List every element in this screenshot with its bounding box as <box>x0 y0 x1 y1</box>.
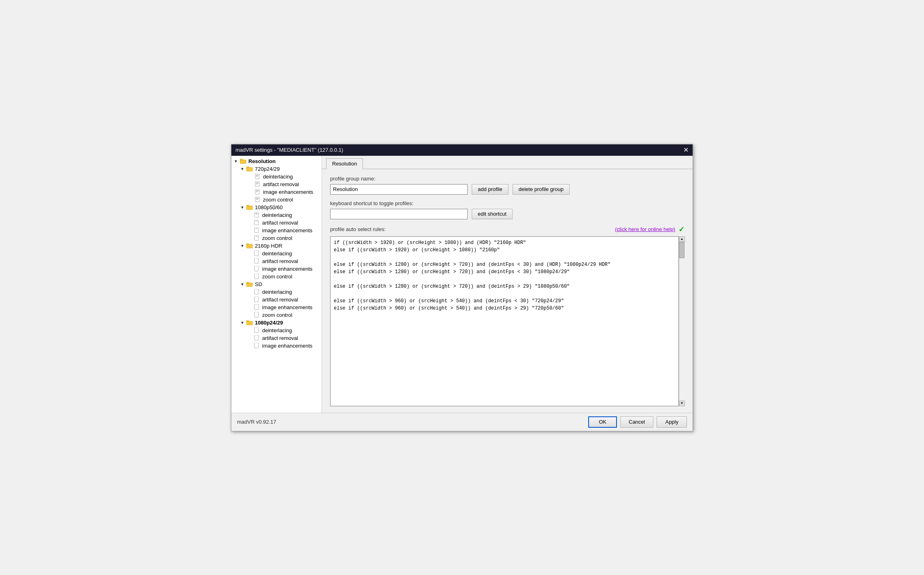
profile-group-name-row: add profile delete profile group <box>330 184 685 195</box>
tree-item-1080p50-image[interactable]: image enhancements <box>231 227 322 234</box>
label-1080p50-zoom: zoom control <box>262 235 292 241</box>
doc-icon-17 <box>253 327 261 333</box>
check-icon: ✓ <box>678 225 685 234</box>
toggle-1080p5060[interactable]: ▼ <box>239 204 245 210</box>
tree-item-1080p24-artifact[interactable]: artifact removal <box>231 334 322 342</box>
doc-icon-19 <box>253 343 261 348</box>
label-2160p-image: image enhancements <box>262 266 312 272</box>
label-sd: SD <box>255 281 262 287</box>
tree-item-sd-zoom[interactable]: zoom control <box>231 311 322 319</box>
doc-icon-14 <box>253 297 261 302</box>
tree-item-1080p50-deinterlacing[interactable]: deinterlacing <box>231 211 322 219</box>
svg-rect-41 <box>254 304 259 310</box>
tree-item-sd-artifact[interactable]: artifact removal <box>231 296 322 303</box>
main-window: madVR settings - "MEDIACLIENT" (127.0.0.… <box>231 144 693 431</box>
toggle-1080p2429[interactable]: ▼ <box>239 320 245 325</box>
tab-bar: Resolution <box>322 156 693 169</box>
tree-item-1080p24-image[interactable]: image enhancements <box>231 342 322 350</box>
folder-icon-720p2429 <box>246 166 253 172</box>
label-2160p-artifact: artifact removal <box>262 258 298 264</box>
scroll-thumb[interactable] <box>679 242 685 258</box>
doc-icon-12 <box>253 274 261 279</box>
svg-rect-3 <box>246 167 249 168</box>
folder-icon-1080p5060 <box>246 204 253 210</box>
label-720p24-artifact: artifact removal <box>263 181 299 187</box>
tree-item-720p24-zoom[interactable]: zoom control <box>231 196 322 204</box>
svg-rect-47 <box>254 343 259 348</box>
bottom-buttons: OK Cancel Apply <box>588 416 687 428</box>
doc-icon-2 <box>254 181 261 187</box>
tree-item-2160p-image[interactable]: image enhancements <box>231 265 322 273</box>
svg-rect-32 <box>246 244 249 245</box>
scroll-up-arrow[interactable]: ▲ <box>679 236 685 242</box>
label-sd-artifact: artifact removal <box>262 297 298 303</box>
edit-shortcut-button[interactable]: edit shortcut <box>472 209 513 219</box>
svg-rect-35 <box>254 266 259 271</box>
doc-icon-8 <box>253 235 261 241</box>
toggle-resolution[interactable]: ▼ <box>233 158 239 164</box>
tree-item-720p24-deinterlacing[interactable]: deinterlacing <box>231 173 322 180</box>
tree-item-1080p50-artifact[interactable]: artifact removal <box>231 219 322 227</box>
doc-icon-5 <box>253 212 261 218</box>
label-2160p-deinterlacing: deinterlacing <box>262 250 292 257</box>
rules-textarea[interactable] <box>330 236 679 406</box>
cancel-button[interactable]: Cancel <box>620 416 653 428</box>
keyboard-shortcut-input[interactable] <box>330 209 468 219</box>
tree-item-1080p2429[interactable]: ▼ 1080p24/29 <box>231 319 322 327</box>
toggle-spacer-3 <box>248 189 253 195</box>
tree-item-1080p5060[interactable]: ▼ 1080p50/60 <box>231 204 322 211</box>
label-1080p50-deinterlacing: deinterlacing <box>262 212 292 218</box>
svg-rect-21 <box>246 205 249 206</box>
tab-resolution[interactable]: Resolution <box>326 158 363 169</box>
online-help-link[interactable]: (click here for online help) <box>615 226 675 232</box>
doc-icon-18 <box>253 335 261 341</box>
label-1080p2429: 1080p24/29 <box>255 320 283 326</box>
tree-item-720p24-artifact[interactable]: artifact removal <box>231 180 322 188</box>
label-resolution: Resolution <box>248 158 276 164</box>
scroll-track[interactable] <box>679 242 685 401</box>
tree-item-sd-deinterlacing[interactable]: deinterlacing <box>231 288 322 296</box>
doc-icon-1 <box>254 174 261 179</box>
delete-profile-group-button[interactable]: delete profile group <box>513 184 570 195</box>
keyboard-shortcut-row: edit shortcut <box>330 209 685 219</box>
svg-rect-38 <box>246 282 249 283</box>
folder-icon-sd <box>246 281 253 287</box>
svg-rect-45 <box>254 327 259 333</box>
apply-button[interactable]: Apply <box>657 416 687 428</box>
tree-item-2160phdr[interactable]: ▼ 2160p HDR <box>231 242 322 250</box>
tree-item-2160p-zoom[interactable]: zoom control <box>231 273 322 280</box>
profile-group-name-input[interactable] <box>330 184 468 195</box>
scroll-down-arrow[interactable]: ▼ <box>679 401 685 406</box>
close-button[interactable]: ✕ <box>683 147 689 153</box>
keyboard-shortcut-label: keyboard shortcut to toggle profiles: <box>330 200 685 206</box>
ok-button[interactable]: OK <box>588 416 617 428</box>
rules-header: profile auto select rules: (click here f… <box>330 225 685 234</box>
toggle-720p2429[interactable]: ▼ <box>239 166 245 172</box>
tree-item-resolution[interactable]: ▼ Resolution <box>231 157 322 165</box>
svg-rect-44 <box>246 320 249 322</box>
tree-item-2160p-artifact[interactable]: artifact removal <box>231 257 322 265</box>
svg-rect-29 <box>254 235 259 240</box>
svg-rect-39 <box>254 289 259 294</box>
right-panel: Resolution profile group name: add profi… <box>322 156 693 413</box>
tree-item-1080p50-zoom[interactable]: zoom control <box>231 234 322 242</box>
toggle-2160phdr[interactable]: ▼ <box>239 243 245 248</box>
tree-item-1080p24-deinterlacing[interactable]: deinterlacing <box>231 327 322 334</box>
tree-item-720p24-image[interactable]: image enhancements <box>231 188 322 196</box>
tree-item-2160p-deinterlacing[interactable]: deinterlacing <box>231 250 322 257</box>
tree-item-sd-image[interactable]: image enhancements <box>231 303 322 311</box>
add-profile-button[interactable]: add profile <box>472 184 509 195</box>
tree-item-sd[interactable]: ▼ SD <box>231 280 322 288</box>
doc-icon-3 <box>254 189 261 195</box>
rules-scrollbar[interactable]: ▲ ▼ <box>679 236 685 406</box>
folder-icon-2160phdr <box>246 243 253 248</box>
doc-icon-4 <box>254 197 261 202</box>
label-1080p24-image: image enhancements <box>262 343 312 349</box>
svg-rect-42 <box>254 312 259 317</box>
tree-container[interactable]: ▼ Resolution ▼ <box>231 156 322 413</box>
svg-rect-46 <box>254 335 259 340</box>
toggle-sd[interactable]: ▼ <box>239 281 245 287</box>
tree-item-720p2429[interactable]: ▼ 720p24/29 <box>231 165 322 173</box>
label-720p24-image: image enhancements <box>263 189 313 195</box>
keyboard-shortcut-section: keyboard shortcut to toggle profiles: ed… <box>330 200 685 219</box>
